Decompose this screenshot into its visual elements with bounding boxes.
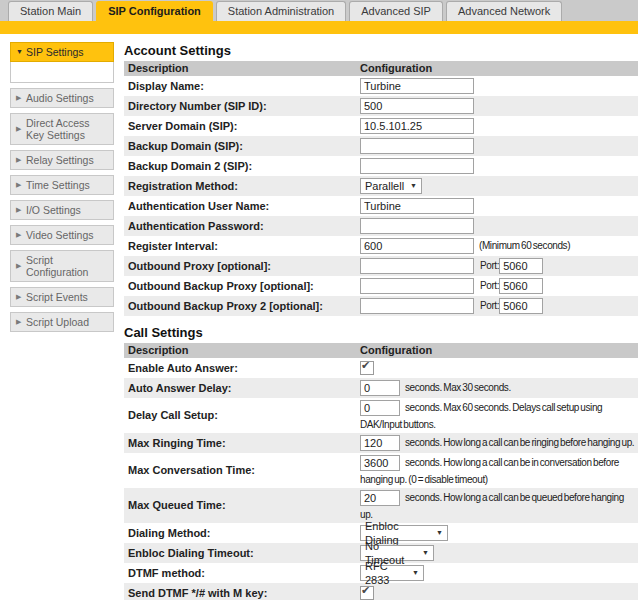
outbound-backup-proxy-optional-input[interactable] [360,278,474,294]
outbound-backup-proxy-optional-port-input[interactable] [499,278,543,294]
backup-domain-2-sip-input[interactable] [360,158,474,174]
chevron-right-icon: ▶ [16,229,21,241]
max-ringing-time-input[interactable] [360,435,400,451]
setting-value-cell: ✔ [358,583,638,600]
setting-row-authentication-user-name: Authentication User Name: [124,196,638,216]
display-name-input[interactable] [360,78,474,94]
sidebar-item-label: Direct Access Key Settings [26,117,90,141]
setting-value-cell: ✔ [358,358,638,378]
setting-value-cell: (Minimum 60 seconds) [358,236,638,256]
setting-label: Backup Domain (SIP): [124,139,358,154]
setting-label: Send DTMF */# with M key: [124,586,358,600]
setting-row-delay-call-setup: Delay Call Setup:seconds. Max 60 seconds… [124,398,638,433]
setting-row-auto-answer-delay: Auto Answer Delay:seconds. Max 30 second… [124,378,638,398]
setting-value-cell: Parallell▼ [358,176,638,196]
tab-station-administration[interactable]: Station Administration [216,1,346,21]
auto-answer-delay-input[interactable] [360,380,400,396]
delay-call-setup-input[interactable] [360,400,400,416]
sidebar-item-label: Video Settings [26,229,94,241]
setting-row-enable-auto-answer: Enable Auto Answer:✔ [124,358,638,378]
setting-value-cell: seconds. Max 30 seconds. [358,378,638,398]
max-conversation-time-input[interactable] [360,455,400,471]
send-dtmf-with-m-key-checkbox[interactable]: ✔ [360,586,374,600]
tab-bar: Station MainSIP ConfigurationStation Adm… [0,0,638,21]
setting-label: Outbound Backup Proxy 2 [optional]: [124,299,358,314]
sidebar-item-script-events[interactable]: ▶Script Events [10,287,114,307]
sidebar-item-label: Audio Settings [26,92,94,104]
main-content: Account SettingsDescriptionConfiguration… [124,34,638,600]
chevron-right-icon: ▶ [16,316,21,328]
chevron-down-icon: ▼ [16,46,23,58]
authentication-user-name-input[interactable] [360,198,474,214]
port-label: Port: [480,260,499,271]
outbound-proxy-optional-input[interactable] [360,258,474,274]
setting-label: Display Name: [124,79,358,94]
sidebar-item-label: SIP Settings [26,46,84,58]
tab-advanced-network[interactable]: Advanced Network [446,1,562,21]
setting-value-cell [358,136,638,156]
sidebar: ▼SIP Settings▶Audio Settings▶Direct Acce… [10,42,114,337]
chevron-right-icon: ▶ [16,291,21,303]
chevron-right-icon: ▶ [16,123,21,135]
sidebar-subpanel [10,62,114,83]
setting-value-cell: Port: [358,296,638,316]
check-icon: ✔ [361,359,370,371]
sidebar-item-i-o-settings[interactable]: ▶I/O Settings [10,200,114,220]
table-header-row: DescriptionConfiguration [124,61,638,76]
setting-row-backup-domain-2-sip: Backup Domain 2 (SIP): [124,156,638,176]
setting-label: Backup Domain 2 (SIP): [124,159,358,174]
setting-label: Max Queued Time: [124,498,358,513]
setting-value-cell: RFC 2833▼ [358,563,638,583]
outbound-proxy-optional-port-input[interactable] [499,258,543,274]
chevron-right-icon: ▶ [16,204,21,216]
sidebar-item-script-upload[interactable]: ▶Script Upload [10,312,114,332]
sidebar-item-sip-settings[interactable]: ▼SIP Settings [10,42,114,62]
setting-label: Server Domain (SIP): [124,119,358,134]
setting-value-cell [358,216,638,236]
sidebar-item-direct-access-key-settings[interactable]: ▶Direct Access Key Settings [10,113,114,145]
authentication-password-input[interactable] [360,218,474,234]
tab-sip-configuration[interactable]: SIP Configuration [96,1,213,21]
column-header-description: Description [124,61,358,76]
directory-number-sip-id-input[interactable] [360,98,474,114]
port-label: Port: [480,280,499,291]
setting-value-cell: seconds. How long a call can be ringing … [358,433,638,453]
sidebar-item-video-settings[interactable]: ▶Video Settings [10,225,114,245]
outbound-backup-proxy-2-optional-port-input[interactable] [499,298,543,314]
max-queued-time-input[interactable] [360,490,400,506]
server-domain-sip-input[interactable] [360,118,474,134]
setting-comment: seconds. How long a call can be ringing … [405,437,634,448]
outbound-backup-proxy-2-optional-input[interactable] [360,298,474,314]
setting-row-display-name: Display Name: [124,76,638,96]
column-header-configuration: Configuration [358,61,638,76]
sidebar-item-label: I/O Settings [26,204,81,216]
setting-comment: (Minimum 60 seconds) [479,240,570,251]
registration-method-select[interactable]: Parallell▼ [360,178,422,194]
chevron-right-icon: ▶ [16,92,21,104]
setting-label: DTMF method: [124,566,358,581]
tab-station-main[interactable]: Station Main [8,1,93,21]
setting-label: Dialing Method: [124,526,358,541]
sidebar-item-label: Relay Settings [26,154,94,166]
setting-row-send-dtmf-with-m-key: Send DTMF */# with M key:✔ [124,583,638,600]
backup-domain-sip-input[interactable] [360,138,474,154]
setting-row-backup-domain-sip: Backup Domain (SIP): [124,136,638,156]
sidebar-item-script-configuration[interactable]: ▶Script Configuration [10,250,114,282]
tab-advanced-sip[interactable]: Advanced SIP [349,1,443,21]
sidebar-item-audio-settings[interactable]: ▶Audio Settings [10,88,114,108]
setting-value-cell [358,96,638,116]
dtmf-method-select[interactable]: RFC 2833▼ [360,565,424,581]
sidebar-item-time-settings[interactable]: ▶Time Settings [10,175,114,195]
sidebar-item-relay-settings[interactable]: ▶Relay Settings [10,150,114,170]
table-header-row: DescriptionConfiguration [124,343,638,358]
setting-label: Directory Number (SIP ID): [124,99,358,114]
settings-table: DescriptionConfigurationEnable Auto Answ… [124,343,638,600]
setting-row-directory-number-sip-id: Directory Number (SIP ID): [124,96,638,116]
setting-comment: seconds. Max 30 seconds. [405,382,511,393]
setting-row-max-ringing-time: Max Ringing Time:seconds. How long a cal… [124,433,638,453]
setting-row-outbound-backup-proxy-optional: Outbound Backup Proxy [optional]:Port: [124,276,638,296]
setting-value-cell [358,156,638,176]
enable-auto-answer-checkbox[interactable]: ✔ [360,361,374,375]
dropdown-arrow-icon: ▼ [410,179,417,193]
register-interval-input[interactable] [360,238,474,254]
